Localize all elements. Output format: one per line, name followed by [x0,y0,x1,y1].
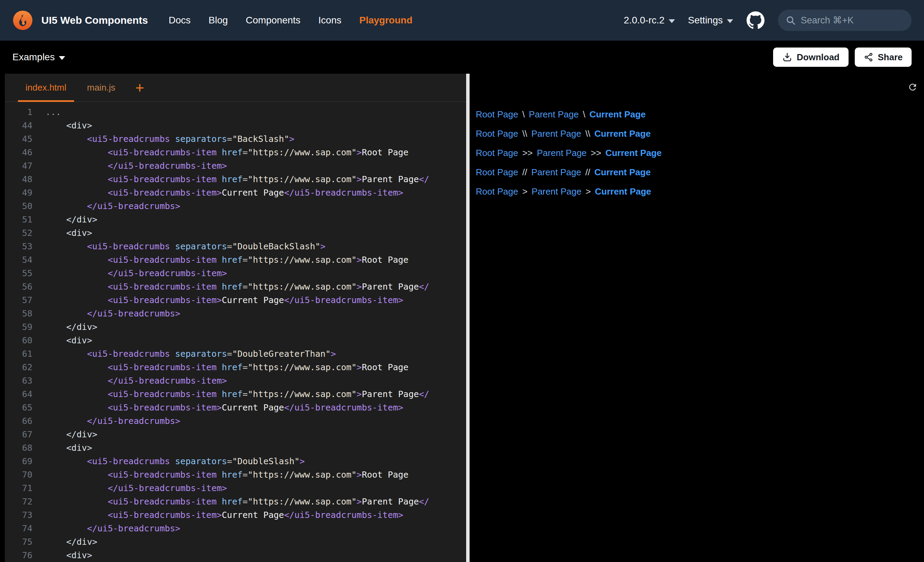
add-tab-button[interactable]: + [126,74,154,102]
nav-item-blog[interactable]: Blog [200,15,237,26]
settings-dropdown[interactable]: Settings [688,15,733,26]
breadcrumb-row: Root Page\Parent Page\Current Page [476,105,924,124]
nav-item-docs[interactable]: Docs [159,15,200,26]
examples-toolbar: Examples Download Share [0,40,924,74]
code-line: 59 </div> [5,320,466,334]
code-text: <ui5-breadcrumbs-item href="https://www.… [32,172,429,186]
breadcrumb-link[interactable]: Root Page [476,167,518,178]
code-line: 69 <ui5-breadcrumbs separators="DoubleSl… [5,454,466,468]
github-link[interactable] [746,11,765,30]
line-number: 66 [5,414,32,428]
code-line: 55 </ui5-breadcrumbs-item> [5,267,466,280]
breadcrumb-separator: \ [583,109,585,120]
line-number: 68 [5,441,32,454]
breadcrumb-link[interactable]: Parent Page [531,167,581,178]
breadcrumb-separator: >> [522,148,532,159]
code-line: 72 <ui5-breadcrumbs-item href="https://w… [5,495,466,508]
code-line: 61 <ui5-breadcrumbs separators="DoubleGr… [5,347,466,361]
tab-index.html[interactable]: index.html [15,74,77,102]
code-text: ... [32,105,61,119]
code-line: 62 <ui5-breadcrumbs-item href="https://w… [5,361,466,374]
playground-main: index.htmlmain.js+ 1...44 <div>45 <ui5-b… [0,74,924,562]
version-dropdown[interactable]: 2.0.0-rc.2 [624,15,675,26]
line-number: 53 [5,240,32,253]
download-label: Download [797,52,840,63]
line-number: 1 [5,105,32,119]
breadcrumb-link[interactable]: Parent Page [532,186,582,197]
breadcrumb-link[interactable]: Parent Page [529,109,579,120]
share-label: Share [878,52,903,63]
breadcrumb-separator: > [586,186,591,197]
line-number: 55 [5,267,32,280]
code-area[interactable]: 1...44 <div>45 <ui5-breadcrumbs separato… [5,102,466,562]
code-line: 50 </ui5-breadcrumbs> [5,199,466,213]
code-line: 67 </div> [5,428,466,441]
line-number: 69 [5,454,32,468]
code-line: 52 <div> [5,226,466,240]
code-text: </div> [32,213,98,226]
breadcrumb-link[interactable]: Root Page [476,148,518,159]
code-line: 49 <ui5-breadcrumbs-item>Current Page</u… [5,186,466,199]
line-number: 49 [5,186,32,199]
code-line: 56 <ui5-breadcrumbs-item href="https://w… [5,280,466,294]
code-text: <ui5-breadcrumbs-item href="https://www.… [32,387,429,401]
code-text: </ui5-breadcrumbs> [32,414,180,428]
examples-dropdown[interactable]: Examples [12,52,65,63]
code-text: <ui5-breadcrumbs-item href="https://www.… [32,495,429,508]
code-line: 53 <ui5-breadcrumbs separators="DoubleBa… [5,240,466,253]
share-button[interactable]: Share [855,48,912,67]
code-text: </ui5-breadcrumbs-item> [32,374,227,387]
breadcrumb-link[interactable]: Root Page [476,109,518,120]
code-line: 63 </ui5-breadcrumbs-item> [5,374,466,387]
code-text: </ui5-breadcrumbs> [32,522,180,535]
line-number: 54 [5,253,32,267]
line-number: 46 [5,146,32,159]
code-text: <div> [32,119,92,132]
code-text: </ui5-breadcrumbs> [32,307,180,320]
code-line: 46 <ui5-breadcrumbs-item href="https://w… [5,146,466,159]
refresh-icon [908,82,918,92]
chevron-down-icon [669,19,675,23]
tab-main.js[interactable]: main.js [77,74,126,102]
search-input[interactable] [801,15,904,26]
breadcrumb-row: Root Page\\Parent Page\\Current Page [476,124,924,143]
nav-item-components[interactable]: Components [237,15,309,26]
examples-label: Examples [12,52,55,63]
download-button[interactable]: Download [773,48,849,67]
top-navigation: UI5 Web Components DocsBlogComponentsIco… [0,0,924,40]
code-text: <div> [32,226,92,240]
code-line: 75 </div> [5,535,466,549]
code-text: <ui5-breadcrumbs-item>Current Page</ui5-… [32,186,404,199]
line-number: 70 [5,468,32,481]
breadcrumb-row: Root Page>>Parent Page>>Current Page [476,143,924,163]
code-line: 54 <ui5-breadcrumbs-item href="https://w… [5,253,466,267]
toolbar-actions: Download Share [773,48,912,67]
code-line: 70 <ui5-breadcrumbs-item href="https://w… [5,468,466,481]
line-number: 47 [5,159,32,172]
line-number: 50 [5,199,32,213]
line-number: 67 [5,428,32,441]
breadcrumb-link[interactable]: Parent Page [531,129,581,139]
breadcrumb-separator: // [522,167,527,178]
nav-item-icons[interactable]: Icons [309,15,350,26]
nav-right-cluster: 2.0.0-rc.2 Settings [624,10,912,31]
code-line: 60 <div> [5,334,466,347]
pane-splitter[interactable] [466,74,470,562]
code-line: 51 </div> [5,213,466,226]
breadcrumb-link[interactable]: Root Page [476,129,518,139]
code-text: <ui5-breadcrumbs separators="DoubleBackS… [32,240,326,253]
breadcrumb-link[interactable]: Root Page [476,186,518,197]
code-text: </ui5-breadcrumbs-item> [32,481,227,495]
line-number: 73 [5,508,32,522]
search-box[interactable] [778,10,912,31]
code-line: 48 <ui5-breadcrumbs-item href="https://w… [5,172,466,186]
code-line: 68 <div> [5,441,466,454]
breadcrumb-link[interactable]: Parent Page [537,148,587,159]
line-number: 57 [5,294,32,307]
line-number: 76 [5,549,32,562]
breadcrumb-separator: // [585,167,590,178]
reload-preview-button[interactable] [908,82,918,93]
code-line: 44 <div> [5,119,466,132]
line-number: 65 [5,401,32,414]
nav-item-playground[interactable]: Playground [350,15,422,26]
